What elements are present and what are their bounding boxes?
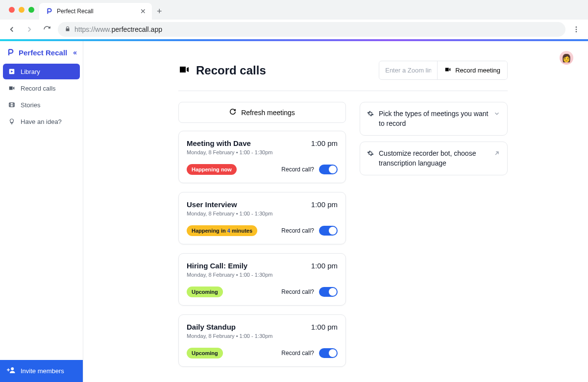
status-badge: Happening in 4 minutes [187, 225, 257, 236]
sidebar-header: Perfect Recall « [3, 48, 80, 64]
settings-meeting-types[interactable]: Pick the types of meetings you want to r… [360, 102, 508, 136]
external-link-icon [493, 150, 500, 159]
film-icon [8, 101, 16, 109]
settings-column: Pick the types of meetings you want to r… [360, 102, 508, 175]
meeting-subtitle: Monday, 8 February • 1:00 - 1:30pm [187, 333, 272, 339]
meeting-time: 1:00 pm [311, 262, 338, 270]
forward-button[interactable] [23, 23, 36, 36]
sidebar-item-library[interactable]: Library [3, 64, 80, 79]
record-meeting-button[interactable]: Record meeting [437, 61, 507, 79]
window-controls [4, 0, 39, 20]
record-toggle[interactable] [319, 287, 338, 297]
setting-text: Pick the types of meetings you want to r… [379, 109, 489, 128]
sidebar-item-label: Library [21, 68, 40, 75]
meeting-time: 1:00 pm [311, 139, 338, 147]
sidebar: Perfect Recall « Library Record calls [0, 41, 83, 382]
sidebar-item-label: Have an idea? [21, 118, 62, 125]
browser-menu-icon[interactable] [569, 23, 583, 36]
meeting-time: 1:00 pm [311, 323, 338, 331]
tab-title: Perfect Recall [57, 8, 136, 15]
gear-icon [367, 110, 374, 119]
sidebar-nav: Library Record calls Stories Have an ide… [3, 64, 80, 129]
setting-text: Customize recorder bot, choose transcrip… [379, 149, 489, 168]
browser-chrome: Perfect Recall ✕ + https://www.perfectre… [0, 0, 588, 39]
content-wrapper: Record calls Record meeting [178, 61, 508, 376]
meeting-card: Hiring Call: Emily Monday, 8 February • … [178, 253, 346, 306]
sidebar-item-stories[interactable]: Stories [3, 97, 80, 113]
record-call-label: Record call? [281, 227, 314, 234]
close-window-icon[interactable] [9, 7, 15, 13]
record-toggle[interactable] [319, 348, 338, 358]
app-container: Perfect Recall « Library Record calls [0, 41, 588, 382]
record-call-label: Record call? [281, 350, 314, 357]
svg-point-2 [576, 31, 577, 32]
status-badge: Upcoming [187, 348, 223, 358]
invite-members-button[interactable]: Invite members [0, 360, 83, 382]
record-toggle[interactable] [319, 165, 338, 174]
gear-icon [367, 150, 374, 159]
header-actions: Record meeting [379, 61, 508, 80]
refresh-icon [229, 108, 236, 117]
columns: Refresh meetings Meeting with Dave Monda… [178, 102, 508, 376]
brand-name: Perfect Recall [19, 48, 67, 57]
brand-logo[interactable]: Perfect Recall [6, 48, 67, 57]
meeting-card: Daily Standup Monday, 8 February • 1:00 … [178, 314, 346, 367]
meeting-subtitle: Monday, 8 February • 1:00 - 1:30pm [187, 272, 272, 278]
record-meeting-label: Record meeting [455, 67, 500, 74]
svg-point-1 [576, 29, 577, 30]
user-avatar[interactable]: 👩 [560, 51, 573, 65]
library-icon [8, 68, 16, 75]
settings-recorder-bot[interactable]: Customize recorder bot, choose transcrip… [360, 142, 508, 175]
back-button[interactable] [5, 23, 19, 36]
meeting-title: Hiring Call: Emily [187, 262, 272, 270]
refresh-label: Refresh meetings [241, 109, 295, 117]
browser-tab[interactable]: Perfect Recall ✕ [39, 3, 152, 20]
collapse-sidebar-icon[interactable]: « [73, 48, 77, 56]
camera-icon [444, 66, 451, 74]
record-toggle[interactable] [319, 226, 338, 236]
meeting-time: 1:00 pm [311, 200, 338, 209]
url-text: https://www.perfectrecall.app [74, 25, 162, 33]
tab-bar: Perfect Recall ✕ + [0, 0, 588, 20]
camera-icon [178, 64, 190, 77]
lock-icon [65, 26, 71, 33]
address-bar[interactable]: https://www.perfectrecall.app [58, 22, 565, 37]
zoom-link-input[interactable] [379, 62, 437, 79]
record-call-label: Record call? [281, 288, 314, 295]
reload-button[interactable] [40, 23, 54, 36]
meeting-card: Meeting with Dave Monday, 8 February • 1… [178, 131, 346, 183]
close-tab-icon[interactable]: ✕ [140, 7, 146, 15]
chevron-down-icon [493, 110, 500, 119]
meeting-subtitle: Monday, 8 February • 1:00 - 1:30pm [187, 211, 272, 216]
meeting-title: Meeting with Dave [187, 139, 272, 147]
meeting-title: User Interview [187, 200, 272, 209]
meetings-column: Refresh meetings Meeting with Dave Monda… [178, 102, 346, 376]
page-header: Record calls Record meeting [178, 61, 508, 91]
meeting-subtitle: Monday, 8 February • 1:00 - 1:30pm [187, 149, 272, 155]
record-call-label: Record call? [281, 166, 314, 173]
status-badge: Upcoming [187, 286, 223, 297]
sidebar-item-idea[interactable]: Have an idea? [3, 114, 80, 129]
maximize-window-icon[interactable] [28, 7, 34, 13]
camera-icon [8, 84, 16, 92]
meeting-card: User Interview Monday, 8 February • 1:00… [178, 192, 346, 244]
invite-label: Invite members [21, 367, 64, 375]
refresh-meetings-button[interactable]: Refresh meetings [178, 102, 346, 123]
sidebar-item-label: Stories [21, 101, 40, 109]
status-badge: Happening now [187, 164, 237, 175]
page-title-wrap: Record calls [178, 64, 266, 77]
main-content: 👩 Record calls Record meeting [83, 41, 588, 382]
new-tab-button[interactable]: + [152, 3, 167, 20]
logo-icon [6, 48, 15, 57]
meeting-title: Daily Standup [187, 323, 272, 331]
svg-point-0 [576, 26, 577, 28]
lightbulb-icon [8, 118, 16, 125]
browser-toolbar: https://www.perfectrecall.app [0, 20, 588, 39]
sidebar-item-label: Record calls [21, 85, 56, 92]
sidebar-item-record-calls[interactable]: Record calls [3, 80, 80, 96]
page-title: Record calls [196, 64, 266, 77]
favicon-icon [45, 7, 53, 15]
minimize-window-icon[interactable] [19, 7, 24, 13]
invite-icon [7, 366, 16, 376]
